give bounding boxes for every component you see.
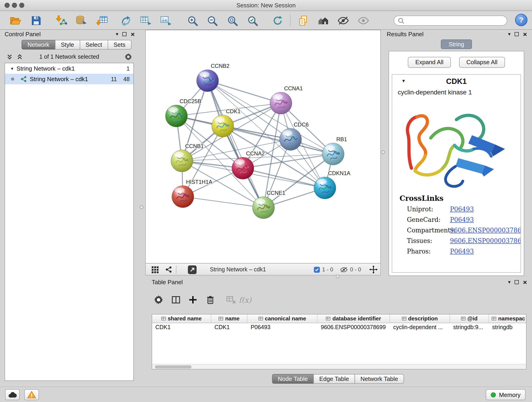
copy-document-button[interactable] bbox=[296, 14, 310, 27]
hide-selected-button[interactable] bbox=[336, 14, 350, 27]
crosslink-uniprot-link[interactable]: P06493 bbox=[450, 205, 474, 213]
column-header-name[interactable]: name bbox=[211, 314, 247, 323]
network-node-cdkn1a[interactable]: CDKN1A bbox=[314, 170, 350, 199]
import-network-file-button[interactable] bbox=[55, 14, 69, 27]
network-canvas[interactable]: CCNB2CCNA1CDC25BCDK1CDC6RB1CCNB1CCNA2CDK… bbox=[146, 30, 380, 263]
memory-button[interactable]: Memory bbox=[486, 389, 526, 400]
panel-close-icon[interactable]: × bbox=[131, 31, 135, 37]
zoom-selected-button[interactable] bbox=[246, 14, 259, 27]
import-network-database-button[interactable] bbox=[75, 14, 89, 27]
collapse-all-button[interactable]: Collapse All bbox=[459, 57, 505, 68]
tab-network-table[interactable]: Network Table bbox=[355, 374, 404, 384]
collection-row[interactable]: ▾ String Network – cdk1 1 bbox=[5, 63, 133, 74]
crosslink-label: Compartments: bbox=[407, 226, 456, 234]
column-header-canonical-name[interactable]: canonical name bbox=[247, 314, 317, 323]
selected-checkbox[interactable]: 1 - 0 bbox=[314, 264, 333, 275]
home-networks-button[interactable] bbox=[317, 14, 330, 27]
show-all-button[interactable] bbox=[356, 14, 370, 27]
table-settings-button[interactable] bbox=[152, 293, 165, 307]
gene-description: cyclin-dependent kinase 1 bbox=[398, 89, 520, 96]
tab-node-table[interactable]: Node Table bbox=[272, 374, 314, 384]
network-node-cdk1[interactable]: CDK1 bbox=[212, 108, 241, 137]
window-title: Session: New Session bbox=[0, 2, 532, 9]
tab-select[interactable]: Select bbox=[80, 40, 108, 50]
node-label: CCNB1 bbox=[185, 143, 204, 149]
collection-count: 1 bbox=[120, 65, 130, 72]
edge-CCNB2-CCNE1[interactable] bbox=[208, 81, 264, 208]
eye-slash-icon bbox=[337, 15, 349, 27]
new-network-from-selection-button[interactable] bbox=[119, 14, 133, 27]
hidden-indicator[interactable]: 0 - 0 bbox=[340, 264, 361, 275]
crosslink-genecard-link[interactable]: P06493 bbox=[450, 216, 474, 223]
gear-icon[interactable] bbox=[125, 53, 132, 62]
edge-CCNA2-CDKN1A[interactable] bbox=[243, 168, 325, 188]
left-splitter-handle[interactable] bbox=[140, 205, 143, 209]
scrollbar-thumb[interactable] bbox=[155, 365, 191, 369]
panel-close-icon[interactable]: × bbox=[523, 279, 527, 285]
show-columns-button[interactable] bbox=[169, 293, 183, 307]
birds-eye-grid-button[interactable] bbox=[151, 264, 159, 275]
column-header-@id[interactable]: @id bbox=[450, 314, 489, 323]
expand-all-button[interactable]: Expand All bbox=[408, 57, 451, 68]
pan-mode-button[interactable] bbox=[369, 264, 378, 275]
export-image-button[interactable] bbox=[159, 14, 173, 27]
zoom-in-button[interactable] bbox=[186, 14, 199, 27]
panel-float-icon[interactable] bbox=[515, 280, 519, 284]
network-row[interactable]: String Network – cdk1 11 48 bbox=[5, 74, 133, 84]
import-table-button[interactable] bbox=[95, 14, 109, 27]
column-header-database-identifier[interactable]: database identifier bbox=[317, 314, 390, 323]
search-input[interactable] bbox=[407, 17, 503, 24]
bottom-splitter-handle[interactable] bbox=[336, 274, 340, 278]
column-icon bbox=[219, 316, 223, 321]
tab-sets[interactable]: Sets bbox=[108, 40, 131, 50]
delete-column-button[interactable] bbox=[203, 293, 217, 307]
export-table-button[interactable] bbox=[139, 14, 152, 27]
horizontal-scrollbar[interactable] bbox=[152, 364, 526, 369]
table-row[interactable]: CDK1CDK1P064939606.ENSP00000378699cyclin… bbox=[152, 323, 526, 332]
edge-HIST1H1A-CCNE1[interactable] bbox=[183, 197, 264, 208]
crosslink-pharos-link[interactable]: P06493 bbox=[450, 248, 474, 255]
right-splitter-handle[interactable] bbox=[381, 150, 385, 154]
zoom-out-button[interactable] bbox=[205, 14, 219, 27]
refresh-layout-button[interactable] bbox=[271, 14, 285, 27]
network-node-rb1[interactable]: RB1 bbox=[322, 136, 347, 165]
column-header-namespac[interactable]: namespac bbox=[489, 314, 526, 323]
crosslink-tissues-link[interactable]: 9606.ENSP00000378699 bbox=[450, 237, 521, 244]
edge-CCNB2-CCNA1[interactable] bbox=[208, 81, 281, 103]
crosslink-row: Compartments:9606.ENSP00000378699 bbox=[392, 225, 520, 236]
save-session-button[interactable] bbox=[29, 14, 43, 27]
network-node-cdc6[interactable]: CDC6 bbox=[279, 121, 309, 150]
column-header-description[interactable]: description bbox=[390, 314, 450, 323]
gene-section-header[interactable]: ▾ CDK1 bbox=[392, 75, 520, 88]
network-node-ccnb2[interactable]: CCNB2 bbox=[196, 63, 229, 92]
column-header-shared-name[interactable]: shared name bbox=[152, 314, 211, 323]
crosslink-compartments-link[interactable]: 9606.ENSP00000378699 bbox=[450, 226, 521, 234]
disclosure-triangle-icon[interactable]: ▾ bbox=[11, 66, 13, 71]
panel-close-icon[interactable]: × bbox=[523, 31, 527, 37]
function-builder-button[interactable]: f(x) bbox=[238, 293, 252, 307]
network-node-cdc25b[interactable]: CDC25B bbox=[165, 98, 201, 127]
network-node-ccna1[interactable]: CCNA1 bbox=[270, 85, 303, 114]
cloud-status-button[interactable] bbox=[5, 389, 20, 400]
help-button[interactable]: ? bbox=[515, 14, 527, 26]
tab-edge-table[interactable]: Edge Table bbox=[313, 374, 355, 384]
delete-table-button[interactable] bbox=[225, 293, 238, 307]
eye-icon bbox=[357, 15, 369, 27]
panel-menu-icon[interactable]: ▾ bbox=[508, 31, 510, 37]
open-session-button[interactable] bbox=[9, 14, 22, 27]
tab-network[interactable]: Network bbox=[22, 40, 55, 50]
panel-float-icon[interactable] bbox=[122, 32, 127, 36]
crosslink-label: Tissues: bbox=[407, 237, 432, 244]
network-node-hist1h1a[interactable]: HIST1H1A bbox=[172, 179, 212, 208]
tab-string[interactable]: String bbox=[441, 39, 472, 49]
panel-float-icon[interactable] bbox=[515, 32, 519, 36]
network-view[interactable]: CCNB2CCNA1CDC25BCDK1CDC6RB1CCNB1CCNA2CDK… bbox=[145, 30, 381, 264]
warnings-button[interactable] bbox=[24, 389, 39, 400]
panel-menu-icon[interactable]: ▾ bbox=[116, 31, 118, 37]
add-column-button[interactable] bbox=[186, 293, 200, 307]
zoom-fit-button[interactable] bbox=[225, 14, 239, 27]
open-in-window-button[interactable] bbox=[188, 264, 196, 275]
panel-menu-icon[interactable]: ▾ bbox=[508, 279, 510, 285]
tab-style[interactable]: Style bbox=[55, 40, 80, 50]
share-view-button[interactable] bbox=[165, 264, 172, 275]
